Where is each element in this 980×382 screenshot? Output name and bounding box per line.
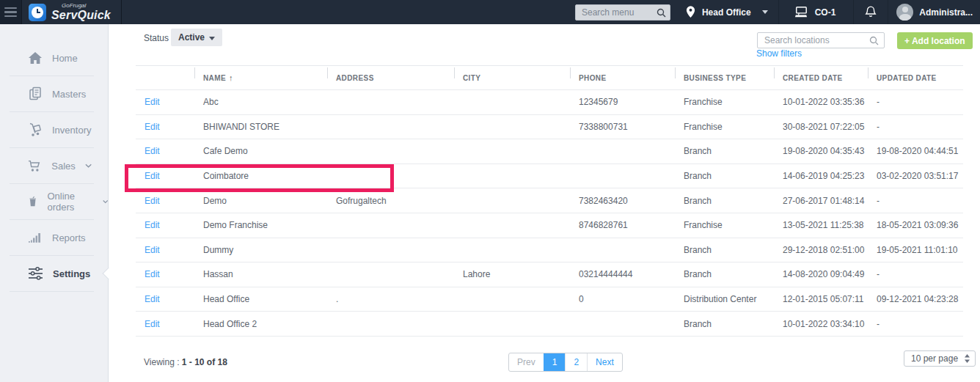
column-header-created-date[interactable]: CREATED DATE (774, 66, 868, 90)
cell-city (454, 90, 570, 115)
cell-phone: 12345679 (570, 90, 675, 115)
cell-updated-date: - (868, 114, 963, 139)
cell-address (327, 90, 454, 115)
cell-name: Head Office 2 (194, 312, 327, 337)
user-avatar (896, 4, 913, 21)
chevron-down-icon (209, 37, 215, 40)
sidebar-item-masters[interactable]: Masters (0, 76, 108, 111)
edit-link[interactable]: Edit (145, 97, 160, 107)
main-content: Status Active + Add location Show filter… (109, 24, 980, 382)
locations-search (757, 32, 885, 48)
cell-created-date: 10-01-2022 03:34:10 (774, 312, 868, 337)
cell-business-type: Branch (675, 312, 774, 337)
cell-phone: 7338800731 (570, 114, 675, 139)
cell-updated-date: 18-05-2021 03:09:36 (868, 213, 963, 238)
cell-city: Lahore (454, 262, 570, 287)
terminal-selector-label: CO-1 (815, 7, 836, 18)
cell-created-date: 13-05-2021 11:25:38 (774, 213, 868, 238)
sidebar-item-settings[interactable]: Settings (0, 256, 108, 291)
cell-address (327, 262, 454, 287)
cell-city (454, 238, 570, 262)
pagination-prev[interactable]: Prev (509, 353, 544, 371)
cell-created-date: 27-06-2017 01:48:14 (774, 188, 868, 213)
cell-business-type: Branch (675, 262, 774, 287)
location-selector[interactable]: Head Office (684, 0, 778, 24)
edit-link[interactable]: Edit (145, 269, 160, 279)
table-row: Edit Head Office 2 Branch 10-01-2022 03:… (136, 312, 963, 337)
cell-business-type: Branch (675, 164, 774, 188)
cell-phone (570, 164, 675, 188)
cell-address (327, 164, 454, 188)
cell-name: Hassan (194, 262, 327, 287)
table-row: Edit Abc 12345679 Franchise 10-01-2022 0… (136, 90, 963, 115)
cell-created-date: 29-12-2018 02:51:00 (774, 238, 868, 262)
column-header-business-type[interactable]: BUSINESS TYPE (675, 66, 774, 90)
cell-updated-date: - (868, 90, 963, 115)
edit-link[interactable]: Edit (145, 196, 160, 206)
cell-phone (570, 312, 675, 337)
column-header-updated-date[interactable]: UPDATED DATE (868, 66, 963, 90)
viewing-summary: Viewing : 1 - 10 of 18 (144, 357, 227, 367)
sidebar-item-home[interactable]: Home (0, 40, 108, 76)
cell-phone (570, 238, 675, 262)
notifications-button[interactable] (853, 0, 888, 24)
viewing-range: 1 - 10 of 18 (182, 357, 227, 367)
pagination-page-1[interactable]: 1 (544, 353, 566, 371)
cell-business-type: Branch (675, 188, 774, 213)
app-logo: GoFrugal ServQuick (22, 0, 122, 24)
pagination-page-2[interactable]: 2 (565, 353, 587, 371)
sidebar-divider (10, 291, 94, 292)
pagination-next[interactable]: Next (587, 353, 622, 371)
edit-link[interactable]: Edit (145, 220, 160, 230)
table-row: Edit Cafe Demo Branch 19-08-2020 04:35:4… (136, 139, 963, 164)
top-header: GoFrugal ServQuick Head Office CO-1 (0, 0, 980, 24)
cell-business-type: Branch (675, 139, 774, 164)
column-header-name[interactable]: NAME↑ (194, 66, 327, 90)
status-filter-dropdown[interactable]: Active (171, 29, 222, 46)
search-icon (657, 8, 666, 18)
cell-name: Cafe Demo (194, 139, 327, 164)
edit-link[interactable]: Edit (145, 171, 160, 181)
terminal-selector[interactable]: CO-1 (778, 0, 854, 24)
cell-address (327, 312, 454, 337)
menu-search (575, 4, 670, 21)
column-header-edit (136, 66, 194, 90)
servquick-clock-icon (29, 4, 46, 21)
add-location-button[interactable]: + Add location (897, 32, 973, 49)
column-header-city[interactable]: CITY (454, 66, 570, 90)
cell-city (454, 188, 570, 213)
masters-icon (28, 87, 43, 101)
cell-name: BHIWANDI STORE (194, 114, 327, 139)
locations-search-input[interactable] (757, 32, 885, 48)
table-row: Edit Demo Franchise 8746828761 Franchise… (136, 213, 963, 238)
per-page-select[interactable]: 10 per page (904, 350, 976, 367)
chevron-down-icon (85, 164, 92, 168)
cell-created-date: 14-08-2020 09:04:49 (774, 262, 868, 287)
cell-city (454, 287, 570, 312)
sidebar-nav: Home Masters Inventory Sales (0, 24, 109, 382)
edit-link[interactable]: Edit (145, 146, 160, 156)
edit-link[interactable]: Edit (145, 245, 160, 255)
sidebar-item-inventory[interactable]: Inventory (0, 112, 108, 147)
search-icon (869, 36, 879, 45)
logo-brand-text: GoFrugal (62, 3, 111, 9)
locations-table: NAME↑ ADDRESS CITY PHONE BUSINESS TYPE C… (136, 65, 963, 337)
edit-link[interactable]: Edit (145, 319, 160, 329)
column-header-phone[interactable]: PHONE (570, 66, 675, 90)
home-icon (28, 51, 43, 65)
sidebar-item-sales[interactable]: Sales (0, 148, 108, 183)
cell-city (454, 114, 570, 139)
user-menu[interactable]: Administra... (888, 0, 980, 24)
chevron-down-icon (103, 199, 108, 204)
cell-updated-date: 09-12-2021 04:23:28 (868, 287, 963, 312)
hamburger-menu-button[interactable] (0, 0, 22, 24)
cell-city (454, 164, 570, 188)
table-row: Edit Hassan Lahore 03214444444 Branch 14… (136, 262, 963, 287)
show-filters-link[interactable]: Show filters (756, 48, 802, 59)
sidebar-item-online-orders[interactable]: Online orders (0, 184, 108, 219)
edit-link[interactable]: Edit (145, 294, 160, 304)
sidebar-item-reports[interactable]: Reports (0, 220, 108, 255)
edit-link[interactable]: Edit (145, 122, 160, 132)
column-header-address[interactable]: ADDRESS (327, 66, 454, 90)
cell-business-type: Franchise (675, 213, 774, 238)
